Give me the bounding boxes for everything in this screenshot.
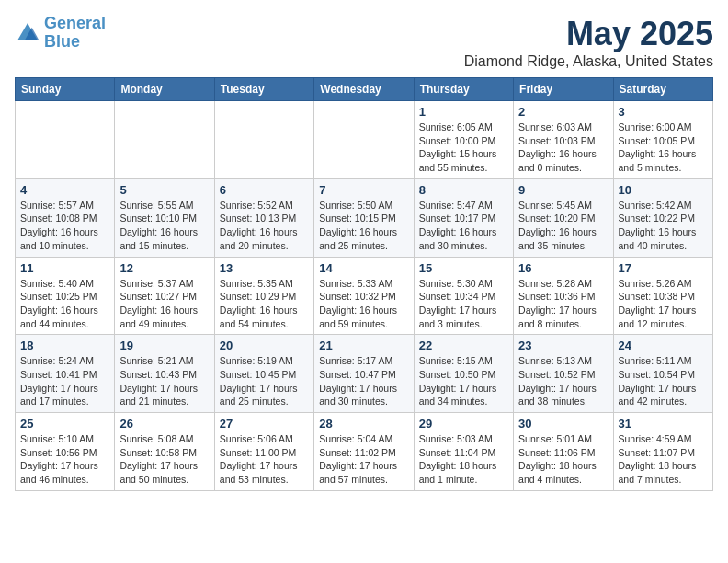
day-number: 9	[518, 183, 608, 197]
day-number: 19	[119, 339, 209, 352]
day-header-friday: Friday	[514, 78, 613, 101]
week-row-5: 25Sunrise: 5:10 AM Sunset: 10:56 PM Dayl…	[16, 413, 713, 491]
week-row-3: 11Sunrise: 5:40 AM Sunset: 10:25 PM Dayl…	[16, 257, 713, 335]
day-number: 25	[20, 417, 109, 431]
day-header-monday: Monday	[115, 78, 214, 101]
header: General Blue May 2025 Diamond Ridge, Ala…	[15, 15, 713, 70]
day-header-thursday: Thursday	[414, 78, 513, 101]
day-number: 29	[419, 417, 508, 431]
day-number: 15	[419, 261, 508, 275]
day-header-wednesday: Wednesday	[314, 78, 414, 101]
day-info: Sunrise: 5:21 AM Sunset: 10:43 PM Daylig…	[119, 354, 209, 408]
day-info: Sunrise: 5:47 AM Sunset: 10:17 PM Daylig…	[419, 199, 508, 253]
day-number: 13	[220, 261, 309, 275]
day-cell: 13Sunrise: 5:35 AM Sunset: 10:29 PM Dayl…	[214, 257, 313, 335]
day-number: 27	[220, 417, 309, 431]
week-row-2: 4Sunrise: 5:57 AM Sunset: 10:08 PM Dayli…	[16, 178, 713, 257]
logo-line2: Blue	[44, 32, 80, 51]
day-cell: 19Sunrise: 5:21 AM Sunset: 10:43 PM Dayl…	[115, 335, 214, 413]
day-number: 28	[319, 417, 408, 431]
day-info: Sunrise: 5:06 AM Sunset: 11:00 PM Daylig…	[220, 432, 309, 487]
day-info: Sunrise: 5:37 AM Sunset: 10:27 PM Daylig…	[119, 277, 209, 331]
day-number: 14	[319, 261, 408, 275]
day-info: Sunrise: 6:05 AM Sunset: 10:00 PM Daylig…	[419, 121, 508, 175]
day-number: 30	[518, 417, 608, 431]
day-info: Sunrise: 5:03 AM Sunset: 11:04 PM Daylig…	[419, 432, 508, 487]
day-info: Sunrise: 5:17 AM Sunset: 10:47 PM Daylig…	[319, 354, 408, 408]
day-cell: 5Sunrise: 5:55 AM Sunset: 10:10 PM Dayli…	[115, 178, 214, 257]
day-number: 8	[419, 183, 508, 197]
day-info: Sunrise: 5:01 AM Sunset: 11:06 PM Daylig…	[518, 432, 608, 487]
day-cell: 25Sunrise: 5:10 AM Sunset: 10:56 PM Dayl…	[16, 413, 115, 491]
day-number: 6	[220, 183, 309, 197]
day-info: Sunrise: 5:35 AM Sunset: 10:29 PM Daylig…	[220, 277, 309, 331]
title-area: May 2025 Diamond Ridge, Alaska, United S…	[464, 15, 713, 70]
day-info: Sunrise: 5:19 AM Sunset: 10:45 PM Daylig…	[220, 354, 309, 408]
day-number: 23	[518, 339, 608, 352]
calendar-table: SundayMondayTuesdayWednesdayThursdayFrid…	[15, 77, 713, 491]
day-cell: 9Sunrise: 5:45 AM Sunset: 10:20 PM Dayli…	[514, 178, 613, 257]
day-cell: 14Sunrise: 5:33 AM Sunset: 10:32 PM Dayl…	[314, 257, 414, 335]
day-info: Sunrise: 5:33 AM Sunset: 10:32 PM Daylig…	[319, 277, 408, 331]
day-number: 10	[619, 183, 708, 197]
day-number: 21	[319, 339, 408, 352]
day-cell: 2Sunrise: 6:03 AM Sunset: 10:03 PM Dayli…	[514, 101, 613, 179]
day-cell: 7Sunrise: 5:50 AM Sunset: 10:15 PM Dayli…	[314, 178, 414, 257]
day-number: 20	[220, 339, 309, 352]
day-cell: 3Sunrise: 6:00 AM Sunset: 10:05 PM Dayli…	[613, 101, 712, 179]
day-info: Sunrise: 5:45 AM Sunset: 10:20 PM Daylig…	[518, 199, 608, 253]
day-info: Sunrise: 5:28 AM Sunset: 10:36 PM Daylig…	[518, 277, 608, 331]
day-cell: 15Sunrise: 5:30 AM Sunset: 10:34 PM Dayl…	[414, 257, 513, 335]
day-cell	[16, 101, 115, 179]
day-number: 2	[518, 105, 608, 119]
day-cell: 31Sunrise: 4:59 AM Sunset: 11:07 PM Dayl…	[613, 413, 712, 491]
day-cell: 30Sunrise: 5:01 AM Sunset: 11:06 PM Dayl…	[514, 413, 613, 491]
day-cell: 27Sunrise: 5:06 AM Sunset: 11:00 PM Dayl…	[214, 413, 313, 491]
day-cell: 18Sunrise: 5:24 AM Sunset: 10:41 PM Dayl…	[16, 335, 115, 413]
logo-line1: General	[44, 14, 106, 32]
day-cell: 17Sunrise: 5:26 AM Sunset: 10:38 PM Dayl…	[613, 257, 712, 335]
day-cell: 21Sunrise: 5:17 AM Sunset: 10:47 PM Dayl…	[314, 335, 414, 413]
day-cell: 4Sunrise: 5:57 AM Sunset: 10:08 PM Dayli…	[16, 178, 115, 257]
day-info: Sunrise: 5:04 AM Sunset: 11:02 PM Daylig…	[319, 432, 408, 487]
day-number: 3	[619, 105, 708, 119]
day-info: Sunrise: 5:15 AM Sunset: 10:50 PM Daylig…	[419, 354, 508, 408]
day-number: 1	[419, 105, 508, 119]
logo-icon	[15, 20, 40, 46]
day-cell: 16Sunrise: 5:28 AM Sunset: 10:36 PM Dayl…	[514, 257, 613, 335]
day-cell	[214, 101, 313, 179]
day-cell: 22Sunrise: 5:15 AM Sunset: 10:50 PM Dayl…	[414, 335, 513, 413]
day-cell: 23Sunrise: 5:13 AM Sunset: 10:52 PM Dayl…	[514, 335, 613, 413]
day-cell	[314, 101, 414, 179]
day-info: Sunrise: 4:59 AM Sunset: 11:07 PM Daylig…	[619, 432, 708, 487]
day-info: Sunrise: 5:24 AM Sunset: 10:41 PM Daylig…	[20, 354, 109, 408]
day-number: 31	[619, 417, 708, 431]
day-cell: 8Sunrise: 5:47 AM Sunset: 10:17 PM Dayli…	[414, 178, 513, 257]
day-info: Sunrise: 5:26 AM Sunset: 10:38 PM Daylig…	[619, 277, 708, 331]
day-info: Sunrise: 5:55 AM Sunset: 10:10 PM Daylig…	[119, 199, 209, 253]
day-cell: 11Sunrise: 5:40 AM Sunset: 10:25 PM Dayl…	[16, 257, 115, 335]
calendar-subtitle: Diamond Ridge, Alaska, United States	[464, 53, 713, 70]
day-cell: 6Sunrise: 5:52 AM Sunset: 10:13 PM Dayli…	[214, 178, 313, 257]
day-number: 24	[619, 339, 708, 352]
day-cell: 26Sunrise: 5:08 AM Sunset: 10:58 PM Dayl…	[115, 413, 214, 491]
day-info: Sunrise: 5:10 AM Sunset: 10:56 PM Daylig…	[20, 432, 109, 487]
day-cell: 10Sunrise: 5:42 AM Sunset: 10:22 PM Dayl…	[613, 178, 712, 257]
week-row-1: 1Sunrise: 6:05 AM Sunset: 10:00 PM Dayli…	[16, 101, 713, 179]
day-cell: 20Sunrise: 5:19 AM Sunset: 10:45 PM Dayl…	[214, 335, 313, 413]
day-info: Sunrise: 6:03 AM Sunset: 10:03 PM Daylig…	[518, 121, 608, 175]
day-cell	[115, 101, 214, 179]
day-info: Sunrise: 5:11 AM Sunset: 10:54 PM Daylig…	[619, 354, 708, 408]
day-cell: 12Sunrise: 5:37 AM Sunset: 10:27 PM Dayl…	[115, 257, 214, 335]
day-number: 4	[20, 183, 109, 197]
day-info: Sunrise: 5:57 AM Sunset: 10:08 PM Daylig…	[20, 199, 109, 253]
week-row-4: 18Sunrise: 5:24 AM Sunset: 10:41 PM Dayl…	[16, 335, 713, 413]
day-header-sunday: Sunday	[16, 78, 115, 101]
day-number: 22	[419, 339, 508, 352]
day-header-tuesday: Tuesday	[214, 78, 313, 101]
day-number: 12	[119, 261, 209, 275]
days-header-row: SundayMondayTuesdayWednesdayThursdayFrid…	[16, 78, 713, 101]
day-info: Sunrise: 5:13 AM Sunset: 10:52 PM Daylig…	[518, 354, 608, 408]
day-number: 18	[20, 339, 109, 352]
day-number: 5	[119, 183, 209, 197]
